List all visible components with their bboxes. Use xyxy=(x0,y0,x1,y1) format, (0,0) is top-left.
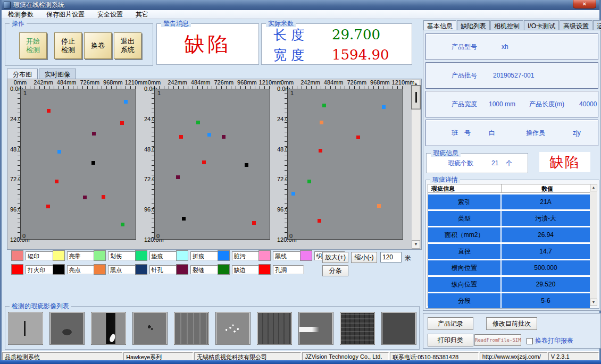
table-row[interactable]: 纵向位置29.520 xyxy=(428,277,590,292)
defect-marker-green[interactable] xyxy=(322,104,326,107)
x-tick-label: 726mm xyxy=(214,79,233,86)
tab-right-2[interactable]: 缺陷列表 xyxy=(457,20,490,30)
defect-marker-red[interactable] xyxy=(179,135,183,139)
defect-image-3[interactable] xyxy=(91,312,126,344)
legend-name-field[interactable]: 亮点 xyxy=(67,265,98,274)
legend-name-field[interactable]: 垫痕 xyxy=(149,251,180,260)
defect-image-4[interactable] xyxy=(133,312,167,344)
defect-marker-purple[interactable] xyxy=(83,196,87,199)
defect-image-6[interactable] xyxy=(216,312,250,344)
defect-marker-red[interactable] xyxy=(46,205,50,208)
defect-marker-black[interactable] xyxy=(91,161,95,165)
defect-marker-purple[interactable] xyxy=(222,135,226,139)
table-row[interactable]: 分段5-6 xyxy=(428,293,590,308)
defect-image-2[interactable] xyxy=(50,312,84,344)
status-segment-1: 品质检测系统 xyxy=(2,352,122,360)
menu-item-1[interactable]: 检测参数 xyxy=(2,10,40,19)
tab-right-3[interactable]: 相机控制 xyxy=(490,20,523,30)
exit-system-button[interactable]: 退出 系统 xyxy=(114,32,141,59)
length-input[interactable] xyxy=(380,252,402,263)
defect-marker-black[interactable] xyxy=(182,217,186,221)
read-from-file-button[interactable]: ReadFromFile-SIM xyxy=(474,334,521,346)
defect-image-10[interactable] xyxy=(382,312,416,344)
menu-item-4[interactable]: 其它 xyxy=(129,10,155,19)
change-roll-button[interactable]: 换卷 xyxy=(84,32,112,59)
defect-marker-blue[interactable] xyxy=(124,100,128,104)
menu-item-3[interactable]: 安全设置 xyxy=(91,10,129,19)
product-length-label: 产品长度(m) xyxy=(529,100,564,109)
chart-scrollbar[interactable]: ▲ ▼ xyxy=(412,80,420,249)
table-row[interactable]: 直径14.7 xyxy=(428,244,590,259)
table-row[interactable]: 索引21A xyxy=(428,194,590,209)
close-icon[interactable]: ✕ xyxy=(573,0,596,9)
defect-marker-green[interactable] xyxy=(307,180,311,183)
legend-name-field[interactable]: 黑线 xyxy=(273,251,304,260)
tab-right-1[interactable]: 基本信息 xyxy=(423,20,456,30)
zoom-in-button[interactable]: 放大(+) xyxy=(322,252,348,263)
modify-batch-button[interactable]: 修改目前批次 xyxy=(486,317,537,330)
defect-image-5[interactable] xyxy=(174,312,208,344)
defect-marker-blue[interactable] xyxy=(291,192,295,196)
split-button[interactable]: 分条 xyxy=(322,265,348,276)
defect-marker-blue[interactable] xyxy=(207,133,211,137)
legend-name-field[interactable]: 黑点 xyxy=(108,265,139,274)
print-classify-button[interactable]: 打印归类 xyxy=(428,334,473,346)
tab-right-5[interactable]: 高级设置 xyxy=(560,20,592,30)
defect-marker-orange[interactable] xyxy=(320,121,323,124)
table-row[interactable]: 类型污渍-大 xyxy=(428,211,590,226)
defect-marker-red[interactable] xyxy=(55,180,59,183)
legend-name-field[interactable]: 孔洞 xyxy=(273,265,304,274)
status-segment-7: V 2.3.1 xyxy=(548,352,599,360)
legend-name-field[interactable]: 亮带 xyxy=(67,251,98,260)
defect-marker-red[interactable] xyxy=(356,136,360,139)
defect-marker-blue[interactable] xyxy=(57,150,61,154)
table-row[interactable]: 横向位置500.000 xyxy=(428,260,590,275)
defect-marker-red[interactable] xyxy=(102,195,105,199)
tab-right-6[interactable]: 运行状态信息 xyxy=(593,20,601,30)
defect-image-9[interactable] xyxy=(340,312,374,344)
defect-marker-purple[interactable] xyxy=(92,132,96,136)
defect-marker-red[interactable] xyxy=(318,219,321,223)
legend-name-field[interactable]: 折痕 xyxy=(190,251,221,260)
roll-change-print-checkbox[interactable] xyxy=(527,338,533,344)
legend-name-field[interactable]: 针孔 xyxy=(149,265,180,274)
scroll-down-icon[interactable]: ▼ xyxy=(412,240,420,249)
start-detect-button[interactable]: 开始 检测 xyxy=(19,32,47,59)
defect-marker-red[interactable] xyxy=(252,221,256,225)
legend-name-field[interactable]: 划伤 xyxy=(108,251,139,260)
defect-image-1[interactable] xyxy=(9,312,43,344)
defect-marker-green[interactable] xyxy=(196,121,200,124)
table-scroll-up-icon[interactable]: ▲ xyxy=(590,184,597,191)
table-scroll-down-icon[interactable]: ▼ xyxy=(590,299,597,306)
zoom-out-button[interactable]: 缩小(-) xyxy=(351,252,377,263)
tab-right-4[interactable]: I/O卡测试 xyxy=(524,20,559,30)
segment-label-bottom: 0 xyxy=(22,233,26,239)
defect-marker-red[interactable] xyxy=(47,109,51,113)
table-row[interactable]: 面积（mm2）26.94 xyxy=(428,227,590,242)
legend-name-field[interactable]: 打火印 xyxy=(26,265,56,274)
defect-marker-red[interactable] xyxy=(202,160,206,164)
legend-name-field[interactable]: 裂缝 xyxy=(190,265,221,274)
plot-area-1: 10 xyxy=(20,89,136,240)
defect-marker-blue[interactable] xyxy=(382,105,386,109)
defect-image-8[interactable] xyxy=(299,312,333,344)
product-record-button[interactable]: 产品记录 xyxy=(428,317,473,330)
defect-marker-black[interactable] xyxy=(245,163,248,167)
table-body: 索引21A类型污渍-大面积（mm2）26.94直径14.7横向位置500.000… xyxy=(428,194,590,308)
legend-name-field[interactable]: 脏污 xyxy=(232,251,263,260)
stop-detect-button[interactable]: 停止 检测 xyxy=(54,32,82,59)
defect-marker-purple[interactable] xyxy=(176,175,180,179)
tab-live-image[interactable]: 实时图像 xyxy=(39,69,76,79)
tab-distribution[interactable]: 分布图 xyxy=(7,69,38,79)
defect-marker-red[interactable] xyxy=(120,121,124,125)
table-scrollbar[interactable]: ▲ ▼ xyxy=(590,184,597,306)
meters-label: 实际米数 xyxy=(266,20,296,27)
defect-marker-green[interactable] xyxy=(121,223,124,226)
defect-marker-orange[interactable] xyxy=(377,204,381,208)
defect-marker-red[interactable] xyxy=(319,149,322,153)
legend-name-field[interactable]: 辊印 xyxy=(26,251,56,260)
menu-item-2[interactable]: 保存图片设置 xyxy=(40,10,91,19)
legend-name-field[interactable]: 缺边 xyxy=(232,265,263,274)
scrollbar-thumb[interactable] xyxy=(412,86,420,109)
defect-image-7[interactable] xyxy=(257,312,291,344)
